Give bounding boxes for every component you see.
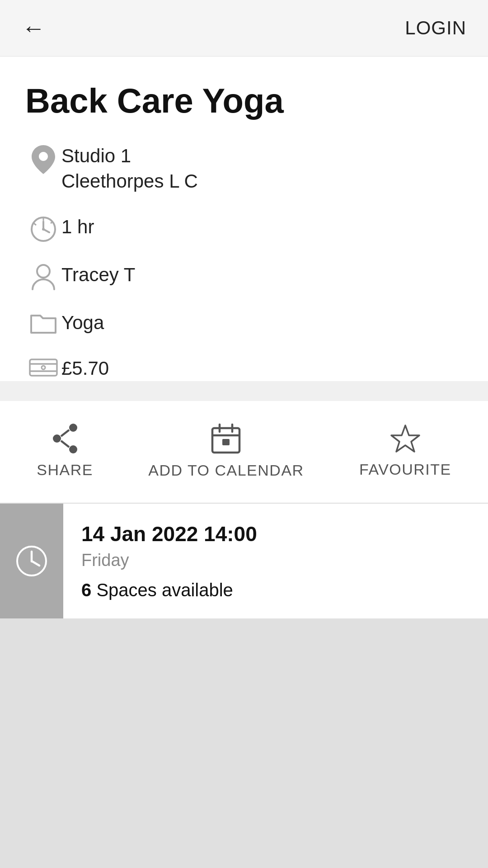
session-info: 14 Jan 2022 14:00 Friday 6 Spaces availa…: [63, 504, 488, 618]
star-icon: [389, 424, 421, 453]
svg-point-14: [69, 445, 77, 453]
folder-icon: [25, 310, 61, 335]
favourite-label: FAVOURITE: [359, 461, 451, 478]
actions-bar: SHARE ADD TO CALENDAR FAVOURITE: [0, 401, 488, 503]
svg-line-15: [61, 430, 69, 436]
back-button[interactable]: ←: [22, 16, 45, 40]
session-day: Friday: [81, 551, 470, 570]
svg-point-12: [69, 424, 77, 432]
class-title: Back Care Yoga: [25, 82, 463, 120]
svg-point-11: [42, 366, 45, 369]
location-icon: [25, 143, 61, 174]
location-row: Studio 1 Cleethorpes L C: [25, 143, 463, 194]
category-text: Yoga: [61, 310, 104, 336]
share-button[interactable]: SHARE: [28, 423, 102, 479]
svg-rect-8: [30, 359, 57, 376]
add-to-calendar-button[interactable]: ADD TO CALENDAR: [139, 423, 313, 479]
favourite-button[interactable]: FAVOURITE: [350, 424, 460, 478]
session-datetime: 14 Jan 2022 14:00: [81, 522, 470, 546]
money-icon: [25, 356, 61, 377]
location-text: Studio 1 Cleethorpes L C: [61, 143, 198, 194]
svg-line-16: [61, 441, 69, 447]
category-row: Yoga: [25, 310, 463, 336]
svg-line-5: [34, 223, 36, 225]
svg-line-25: [32, 561, 39, 566]
svg-point-7: [37, 265, 50, 278]
share-icon: [50, 423, 80, 454]
duration-icon: [25, 214, 61, 242]
add-to-calendar-label: ADD TO CALENDAR: [148, 462, 304, 479]
person-icon: [25, 262, 61, 290]
bottom-grey-area: [0, 618, 488, 868]
session-spaces: 6 Spaces available: [81, 580, 470, 600]
instructor-text: Tracey T: [61, 262, 135, 288]
share-label: SHARE: [37, 461, 93, 479]
session-card[interactable]: 14 Jan 2022 14:00 Friday 6 Spaces availa…: [0, 503, 488, 618]
svg-point-3: [42, 228, 45, 231]
instructor-row: Tracey T: [25, 262, 463, 290]
price-row: £5.70: [25, 356, 463, 382]
svg-marker-22: [391, 425, 419, 452]
content-area: Back Care Yoga Studio 1 Cleethorpes L C: [0, 57, 488, 381]
header: ← LOGIN: [0, 0, 488, 57]
login-button[interactable]: LOGIN: [405, 17, 466, 39]
svg-point-13: [53, 434, 61, 443]
duration-text: 1 hr: [61, 214, 94, 240]
session-clock-icon: [0, 504, 63, 618]
svg-rect-21: [222, 439, 230, 445]
price-text: £5.70: [61, 356, 109, 382]
calendar-icon: [211, 423, 241, 454]
duration-row: 1 hr: [25, 214, 463, 242]
